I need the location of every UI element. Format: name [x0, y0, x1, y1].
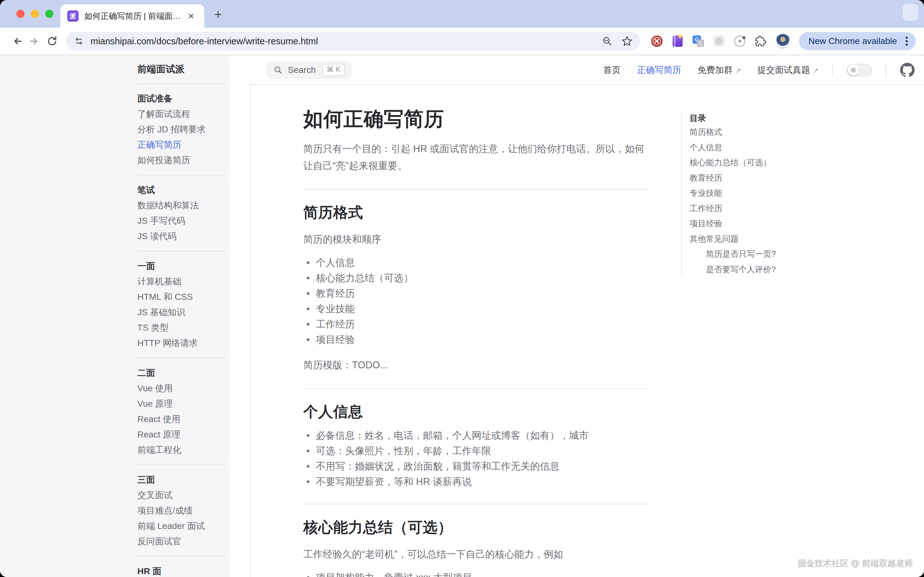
tab-strip: 派 如何正确写简历 | 前端面试派 [0, 0, 924, 27]
notebook-extension-icon[interactable] [672, 35, 683, 47]
browser-tab[interactable]: 派 如何正确写简历 | 前端面试派 [60, 5, 204, 27]
sidebar-item[interactable]: Vue 原理 [137, 396, 226, 411]
page-title: 如何正确写简历 [303, 106, 649, 131]
sidebar-section-title: 三面 [137, 472, 226, 487]
toc-item[interactable]: 个人信息 [690, 140, 795, 155]
sidebar-item[interactable]: HTML 和 CSS [137, 289, 226, 305]
toc-item[interactable]: 简历格式 [690, 124, 795, 140]
sidebar-item[interactable]: 交叉面试 [137, 487, 226, 503]
site-settings-icon[interactable] [74, 36, 84, 47]
toc-item[interactable]: 专业技能 [690, 185, 795, 201]
kebab-menu-icon[interactable] [902, 35, 911, 47]
section-lead: 简历的模块和顺序 [303, 231, 649, 248]
sidebar-item[interactable]: React 原理 [137, 427, 226, 442]
tab-favicon: 派 [67, 10, 79, 22]
zoom-out-icon[interactable] [601, 35, 613, 47]
sidebar-item[interactable]: JS 读代码 [137, 229, 226, 244]
sidebar-item[interactable]: React 使用 [137, 411, 226, 427]
divider [832, 63, 833, 77]
github-link[interactable] [900, 63, 914, 77]
window-controls [16, 10, 53, 18]
nav-link-resume[interactable]: 正确写简历 [637, 64, 681, 76]
tab-title: 如何正确写简历 | 前端面试派 [84, 11, 185, 22]
url-text[interactable]: mianshipai.com/docs/before-interview/wri… [90, 36, 601, 47]
intro-paragraph: 简历只有一个目的：引起 HR 或面试官的注意，让他们给你打电话。所以，如何让自己… [303, 140, 649, 174]
section-tail: 简历模版：TODO... [303, 357, 649, 374]
extensions-puzzle-icon[interactable] [755, 35, 766, 47]
list-item: 个人信息 [316, 255, 649, 270]
reload-button[interactable] [44, 32, 61, 50]
fullscreen-window-button[interactable] [45, 10, 53, 18]
sidebar-group-written-test: 笔试 数据结构和算法 JS 手写代码 JS 读代码 [137, 176, 226, 251]
toc-item[interactable]: 项目经验 [690, 216, 795, 231]
list-item: 项目架构能力，负责过 xxx 大型项目 [316, 570, 649, 577]
juejin-extension-icon[interactable] [651, 35, 663, 47]
url-bar[interactable]: mianshipai.com/docs/before-interview/wri… [66, 32, 640, 51]
sidebar-item[interactable]: 项目难点/成绩 [137, 503, 226, 518]
table-of-contents: 目录 简历格式 个人信息 核心能力总结（可选） 教育经历 专业技能 工作经历 项… [681, 112, 795, 277]
nav-link-home[interactable]: 首页 [603, 64, 621, 76]
bullet-list: 必备信息：姓名，电话，邮箱，个人网址或博客（如有），城市 可选：头像照片，性别，… [303, 428, 649, 489]
sidebar-item[interactable]: 前端 Leader 面试 [137, 518, 226, 533]
forward-button[interactable] [26, 32, 44, 50]
sidebar-item[interactable]: 计算机基础 [137, 274, 226, 289]
sidebar-item[interactable]: 了解面试流程 [137, 106, 226, 122]
toc-item[interactable]: 简历是否只写一页? [690, 247, 795, 262]
profile-avatar[interactable] [776, 34, 790, 48]
back-button[interactable] [8, 32, 26, 50]
chrome-update-button[interactable]: New Chrome available [799, 32, 916, 50]
sidebar-section-title: 笔试 [137, 182, 226, 198]
list-item: 必备信息：姓名，电话，邮箱，个人网址或博客（如有），城市 [316, 428, 649, 443]
sidebar-item[interactable]: 前端工程化 [137, 442, 226, 458]
content-gutter-divider [250, 85, 251, 577]
site-logo[interactable]: 前端面试派 [137, 55, 226, 84]
sidebar-group-hr: HR 面 [137, 556, 226, 577]
bookmark-star-icon[interactable] [621, 35, 633, 47]
sidebar-item[interactable]: JS 基础知识 [137, 305, 226, 320]
google-translate-extension-icon[interactable]: G 文 [693, 35, 704, 47]
sidebar-section-title: HR 面 [137, 564, 226, 577]
section-heading-resume-format: 简历格式 [303, 203, 649, 222]
sidebar-item[interactable]: JS 手写代码 [137, 213, 226, 229]
sidebar-section-title: 一面 [137, 258, 226, 274]
nav-link-submit-questions[interactable]: 提交面试真题↗ [758, 64, 818, 76]
section-heading-personal-info: 个人信息 [303, 403, 649, 421]
doc-content: 如何正确写简历 简历只有一个目的：引起 HR 或面试官的注意，让他们给你打电话。… [303, 85, 649, 577]
list-item: 不用写：婚姻状况，政治面貌，籍贯等和工作无关的信息 [316, 459, 649, 474]
sidebar-item[interactable]: 分析 JD 招聘要求 [137, 122, 226, 137]
search-button[interactable]: Search ⌘ K [266, 61, 352, 79]
minimize-window-button[interactable] [31, 10, 39, 18]
sidebar-item[interactable]: Vue 使用 [137, 380, 226, 396]
list-item: 可选：头像照片，性别，年龄，工作年限 [316, 443, 649, 459]
tab-close-icon[interactable] [185, 10, 197, 22]
close-window-button[interactable] [16, 10, 24, 18]
theme-toggle[interactable] [847, 64, 872, 76]
toc-item[interactable]: 教育经历 [690, 170, 795, 186]
toc-item[interactable]: 是否要写个人评价? [690, 262, 795, 277]
sidebar-section-title: 二面 [137, 365, 226, 380]
orbit-extension-icon[interactable] [734, 35, 745, 47]
sidebar-item-active[interactable]: 正确写简历 [137, 137, 226, 152]
sidebar-group-interview-prep: 面试准备 了解面试流程 分析 JD 招聘要求 正确写简历 如何投递简历 [137, 84, 226, 176]
sidebar-item[interactable]: 如何投递简历 [137, 152, 226, 168]
toc-item[interactable]: 工作经历 [690, 201, 795, 216]
section-lead: 工作经验久的“老司机”，可以总结一下自己的核心能力，例如 [303, 546, 649, 563]
toc-item[interactable]: 其他常见问题 [690, 231, 795, 247]
new-tab-button[interactable] [211, 8, 225, 21]
react-devtools-extension-icon[interactable] [713, 35, 725, 47]
tab-list-chevron-button[interactable] [903, 4, 918, 21]
sidebar-item[interactable]: HTTP 网络请求 [137, 335, 226, 351]
sidebar-group-round3: 三面 交叉面试 项目难点/成绩 前端 Leader 面试 反问面试官 [137, 465, 226, 556]
sidebar-item[interactable]: TS 类型 [137, 320, 226, 335]
section-heading-core-skills: 核心能力总结（可选） [303, 518, 649, 537]
toc-item[interactable]: 核心能力总结（可选） [690, 155, 795, 170]
list-item: 教育经历 [316, 286, 649, 301]
sidebar-item[interactable]: 反问面试官 [137, 533, 226, 549]
sidebar: 前端面试派 面试准备 了解面试流程 分析 JD 招聘要求 正确写简历 如何投递简… [0, 55, 230, 577]
browser-toolbar: mianshipai.com/docs/before-interview/wri… [0, 27, 924, 55]
translate-wen-icon: 文 [697, 40, 704, 47]
nav-link-join-group[interactable]: 免费加群↗ [697, 64, 741, 76]
sidebar-item[interactable]: 数据结构和算法 [137, 198, 226, 213]
sidebar-group-round1: 一面 计算机基础 HTML 和 CSS JS 基础知识 TS 类型 HTTP 网… [137, 251, 226, 358]
watermark: 掘金技术社区 @ 前端双越老师 [798, 558, 913, 569]
